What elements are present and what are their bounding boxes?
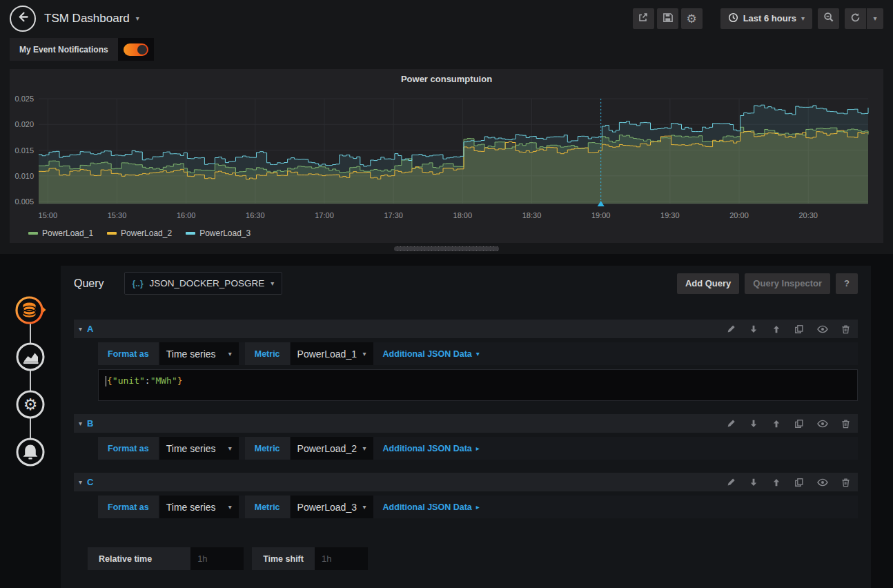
additional-json-data-label: Additional JSON Data bbox=[383, 502, 472, 512]
zoom-out-button[interactable] bbox=[818, 8, 839, 29]
duplicate-icon[interactable] bbox=[794, 324, 804, 334]
refresh-interval-dropdown[interactable]: ▾ bbox=[867, 8, 883, 29]
svg-text:0.005: 0.005 bbox=[14, 197, 34, 206]
tab-queries[interactable] bbox=[14, 295, 46, 326]
legend-item-powerload_1[interactable]: PowerLoad_1 bbox=[28, 228, 93, 238]
chevron-down-icon: ▾ bbox=[476, 350, 480, 357]
duplicate-icon[interactable] bbox=[794, 478, 804, 487]
query-row-header[interactable]: ▾ C bbox=[74, 473, 858, 491]
panel-edit-section: ⚙ Query {..} JSON_DOCKER_POSGRE ▾ bbox=[0, 254, 893, 588]
legend-series-name: PowerLoad_2 bbox=[121, 228, 172, 238]
json-open-brace: { bbox=[107, 375, 112, 386]
tab-alert[interactable] bbox=[14, 436, 46, 468]
datasource-dropdown[interactable]: {..} JSON_DOCKER_POSGRE ▾ bbox=[124, 272, 283, 295]
panel-title[interactable]: Power consumptuion bbox=[10, 74, 883, 84]
refresh-button[interactable] bbox=[845, 8, 866, 29]
relative-time-input[interactable] bbox=[190, 547, 244, 570]
additional-json-data-toggle[interactable]: Additional JSON Data ▸ bbox=[373, 496, 489, 518]
dashboard-title-menu[interactable]: TSM Dashboard ▾ bbox=[44, 12, 139, 26]
svg-text:18:00: 18:00 bbox=[453, 211, 473, 219]
format-as-label: Format as bbox=[98, 342, 159, 365]
query-editor-panel: Query {..} JSON_DOCKER_POSGRE ▾ Add Quer… bbox=[61, 266, 871, 588]
metric-select[interactable]: PowerLoad_3 ▾ bbox=[291, 496, 373, 518]
move-up-icon[interactable] bbox=[772, 478, 781, 487]
format-as-select[interactable]: Time series ▾ bbox=[159, 437, 239, 460]
text-cursor bbox=[106, 376, 106, 386]
svg-text:19:30: 19:30 bbox=[660, 211, 680, 219]
collapse-caret-icon[interactable]: ▾ bbox=[79, 325, 82, 333]
metric-select[interactable]: PowerLoad_1 ▾ bbox=[291, 342, 373, 365]
metric-value: PowerLoad_2 bbox=[297, 443, 357, 454]
json-colon: : bbox=[145, 375, 150, 386]
dashboard-submenu: My Event Notifications bbox=[0, 37, 893, 69]
chevron-down-icon: ▾ bbox=[136, 14, 139, 22]
chevron-right-icon: ▸ bbox=[476, 444, 480, 452]
trash-icon[interactable] bbox=[841, 419, 850, 429]
trash-icon[interactable] bbox=[841, 324, 850, 334]
settings-button[interactable]: ⚙ bbox=[681, 8, 703, 29]
json-data-editor[interactable]: {"unit":"MWh"} bbox=[98, 369, 858, 401]
share-button[interactable] bbox=[633, 8, 654, 29]
trash-icon[interactable] bbox=[841, 478, 850, 487]
event-notifications-toggle[interactable] bbox=[118, 38, 154, 61]
query-controls-row: Format as Time series ▾ Metric PowerLoad… bbox=[98, 437, 858, 460]
svg-text:0.025: 0.025 bbox=[14, 95, 34, 103]
query-row-header[interactable]: ▾ A bbox=[74, 320, 858, 338]
move-down-icon[interactable] bbox=[749, 419, 758, 429]
toggle-on-switch[interactable] bbox=[124, 43, 148, 56]
edit-pencil-icon[interactable] bbox=[727, 324, 736, 333]
help-button[interactable]: ? bbox=[836, 273, 858, 294]
chart-legend: PowerLoad_1PowerLoad_2PowerLoad_3 bbox=[28, 228, 251, 238]
top-nav-bar: TSM Dashboard ▾ ⚙ Last 6 hours ▾ bbox=[0, 0, 893, 37]
svg-text:0.015: 0.015 bbox=[14, 146, 34, 155]
move-up-icon[interactable] bbox=[772, 419, 781, 429]
panel-resize-handle[interactable] bbox=[394, 246, 499, 251]
additional-json-data-toggle[interactable]: Additional JSON Data ▸ bbox=[373, 437, 489, 460]
time-range-picker[interactable]: Last 6 hours ▾ bbox=[720, 8, 812, 29]
edit-pencil-icon[interactable] bbox=[727, 419, 736, 428]
chart-icon bbox=[14, 363, 46, 375]
metric-value: PowerLoad_1 bbox=[297, 349, 357, 360]
add-query-button[interactable]: Add Query bbox=[677, 273, 739, 294]
collapse-caret-icon[interactable]: ▾ bbox=[79, 478, 82, 486]
tab-general[interactable]: ⚙ bbox=[14, 389, 46, 420]
query-ref-id[interactable]: C bbox=[87, 477, 93, 487]
collapse-caret-icon[interactable]: ▾ bbox=[79, 420, 82, 427]
additional-json-data-toggle[interactable]: Additional JSON Data ▾ bbox=[373, 342, 489, 365]
query-ref-id[interactable]: A bbox=[87, 324, 93, 334]
additional-json-data-label: Additional JSON Data bbox=[383, 349, 472, 359]
format-as-select[interactable]: Time series ▾ bbox=[159, 496, 239, 518]
format-as-select[interactable]: Time series ▾ bbox=[159, 342, 239, 365]
chevron-down-icon: ▾ bbox=[228, 503, 232, 511]
query-row-header[interactable]: ▾ B bbox=[74, 414, 858, 433]
duplicate-icon[interactable] bbox=[794, 419, 804, 429]
svg-text:20:30: 20:30 bbox=[798, 211, 818, 219]
query-ref-id[interactable]: B bbox=[87, 418, 93, 429]
disable-eye-icon[interactable] bbox=[817, 325, 828, 333]
move-down-icon[interactable] bbox=[749, 324, 758, 334]
back-button[interactable] bbox=[10, 6, 36, 32]
svg-text:18:30: 18:30 bbox=[522, 211, 542, 219]
disable-eye-icon[interactable] bbox=[817, 420, 828, 428]
legend-item-powerload_2[interactable]: PowerLoad_2 bbox=[107, 228, 172, 238]
save-button[interactable] bbox=[657, 8, 678, 29]
time-shift-input[interactable] bbox=[315, 547, 368, 570]
chevron-down-icon: ▾ bbox=[271, 280, 274, 287]
chart-svg[interactable]: 0.0050.0100.0150.0200.02515:0015:3016:00… bbox=[10, 69, 883, 243]
move-up-icon[interactable] bbox=[772, 324, 781, 334]
move-down-icon[interactable] bbox=[749, 478, 758, 487]
legend-item-powerload_3[interactable]: PowerLoad_3 bbox=[186, 228, 251, 238]
graph-panel: Power consumptuion 0.0050.0100.0150.0200… bbox=[10, 69, 883, 243]
query-inspector-button[interactable]: Query Inspector bbox=[745, 273, 830, 294]
chevron-down-icon: ▾ bbox=[363, 503, 366, 511]
disable-eye-icon[interactable] bbox=[817, 478, 828, 487]
edit-pencil-icon[interactable] bbox=[727, 478, 736, 487]
search-minus-icon bbox=[823, 12, 834, 25]
chevron-down-icon: ▾ bbox=[801, 14, 805, 22]
clock-icon bbox=[728, 12, 738, 25]
metric-select[interactable]: PowerLoad_2 ▾ bbox=[291, 437, 373, 460]
refresh-icon bbox=[850, 12, 861, 25]
format-as-value: Time series bbox=[166, 443, 216, 454]
tab-visualization[interactable] bbox=[14, 341, 46, 373]
database-icon bbox=[14, 317, 46, 329]
